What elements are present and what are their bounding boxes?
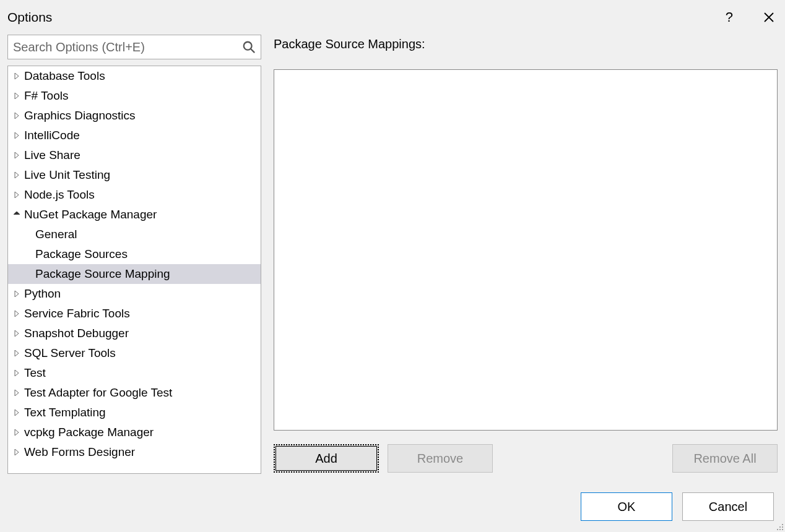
tree-item-label: IntelliCode bbox=[24, 129, 80, 142]
tree-item[interactable]: Graphics Diagnostics bbox=[8, 106, 261, 126]
right-pane: Package Source Mappings: Add Remove Remo… bbox=[274, 35, 778, 474]
tree-item[interactable]: General bbox=[8, 225, 261, 244]
dialog-body: Database ToolsF# ToolsGraphics Diagnosti… bbox=[0, 35, 785, 474]
search-icon bbox=[242, 40, 256, 54]
tree-item[interactable]: Python bbox=[8, 284, 261, 304]
mapping-buttons-row: Add Remove Remove All bbox=[274, 444, 778, 473]
chevron-right-icon[interactable] bbox=[12, 152, 22, 158]
tree-item[interactable]: vcpkg Package Manager bbox=[8, 423, 261, 442]
tree-item-label: NuGet Package Manager bbox=[24, 208, 157, 221]
chevron-right-icon[interactable] bbox=[12, 113, 22, 119]
tree-item[interactable]: Package Sources bbox=[8, 244, 261, 264]
tree-item[interactable]: Database Tools bbox=[8, 66, 261, 86]
chevron-right-icon[interactable] bbox=[12, 73, 22, 79]
chevron-right-icon[interactable] bbox=[12, 192, 22, 198]
options-tree: Database ToolsF# ToolsGraphics Diagnosti… bbox=[7, 66, 261, 474]
svg-point-0 bbox=[244, 42, 252, 50]
resize-grip-icon[interactable] bbox=[775, 522, 784, 531]
mappings-listbox[interactable] bbox=[274, 69, 778, 431]
chevron-right-icon[interactable] bbox=[12, 350, 22, 356]
tree-item-label: Live Share bbox=[24, 148, 80, 162]
left-pane: Database ToolsF# ToolsGraphics Diagnosti… bbox=[7, 35, 261, 474]
add-button[interactable]: Add bbox=[274, 444, 379, 473]
tree-item[interactable]: Live Share bbox=[8, 145, 261, 165]
tree-item-label: Text Templating bbox=[24, 406, 106, 419]
tree-item[interactable]: Test Adapter for Google Test bbox=[8, 383, 261, 403]
svg-point-7 bbox=[782, 529, 783, 530]
tree-item[interactable]: NuGet Package Manager bbox=[8, 205, 261, 225]
svg-point-3 bbox=[779, 526, 781, 528]
tree-item[interactable]: Live Unit Testing bbox=[8, 165, 261, 185]
tree-item-label: SQL Server Tools bbox=[24, 346, 116, 360]
tree-item-label: F# Tools bbox=[24, 89, 68, 103]
tree-item-label: Node.js Tools bbox=[24, 188, 95, 202]
tree-item-label: Service Fabric Tools bbox=[24, 307, 130, 320]
tree-item[interactable]: Text Templating bbox=[8, 403, 261, 423]
tree-item-label: Package Source Mapping bbox=[35, 267, 170, 281]
tree-item-label: Live Unit Testing bbox=[24, 168, 110, 182]
dialog-title: Options bbox=[7, 10, 726, 25]
tree-scroll[interactable]: Database ToolsF# ToolsGraphics Diagnosti… bbox=[8, 66, 261, 473]
svg-point-4 bbox=[782, 526, 783, 528]
svg-point-2 bbox=[782, 524, 783, 525]
chevron-right-icon[interactable] bbox=[12, 390, 22, 396]
tree-item[interactable]: Package Source Mapping bbox=[8, 264, 261, 284]
chevron-right-icon[interactable] bbox=[12, 172, 22, 178]
close-icon[interactable] bbox=[763, 11, 775, 24]
chevron-right-icon[interactable] bbox=[12, 370, 22, 376]
remove-all-button[interactable]: Remove All bbox=[672, 444, 778, 473]
chevron-right-icon[interactable] bbox=[12, 93, 22, 99]
chevron-right-icon[interactable] bbox=[12, 132, 22, 139]
tree-item[interactable]: Web Forms Designer bbox=[8, 442, 261, 462]
tree-item[interactable]: SQL Server Tools bbox=[8, 343, 261, 363]
tree-item[interactable]: IntelliCode bbox=[8, 126, 261, 145]
tree-item-label: Test Adapter for Google Test bbox=[24, 386, 172, 400]
chevron-right-icon[interactable] bbox=[12, 291, 22, 297]
search-box[interactable] bbox=[7, 35, 261, 59]
chevron-right-icon[interactable] bbox=[12, 330, 22, 337]
tree-item[interactable]: Snapshot Debugger bbox=[8, 324, 261, 343]
ok-button[interactable]: OK bbox=[581, 492, 672, 521]
tree-item-label: Database Tools bbox=[24, 69, 105, 83]
tree-item[interactable]: Test bbox=[8, 363, 261, 383]
dialog-footer: OK Cancel bbox=[0, 474, 785, 532]
options-dialog: Options ? Database ToolsF# ToolsGraphics… bbox=[0, 0, 785, 532]
tree-item[interactable]: Service Fabric Tools bbox=[8, 304, 261, 324]
titlebar: Options ? bbox=[0, 0, 785, 35]
search-input[interactable] bbox=[13, 40, 242, 54]
svg-point-5 bbox=[777, 529, 778, 530]
tree-item-label: Web Forms Designer bbox=[24, 445, 135, 459]
tree-item-label: Test bbox=[24, 366, 46, 380]
svg-point-6 bbox=[779, 529, 781, 530]
remove-button[interactable]: Remove bbox=[388, 444, 493, 473]
chevron-right-icon[interactable] bbox=[12, 410, 22, 416]
tree-item-label: General bbox=[35, 228, 77, 241]
svg-line-1 bbox=[251, 49, 254, 53]
tree-item-label: Package Sources bbox=[35, 247, 128, 261]
cancel-button[interactable]: Cancel bbox=[682, 492, 774, 521]
chevron-right-icon[interactable] bbox=[12, 449, 22, 455]
tree-item[interactable]: Node.js Tools bbox=[8, 185, 261, 205]
tree-item-label: Graphics Diagnostics bbox=[24, 109, 136, 122]
tree-item[interactable]: F# Tools bbox=[8, 86, 261, 106]
tree-item-label: vcpkg Package Manager bbox=[24, 426, 154, 439]
chevron-right-icon[interactable] bbox=[12, 311, 22, 317]
section-title: Package Source Mappings: bbox=[274, 37, 778, 56]
tree-item-label: Python bbox=[24, 287, 61, 301]
help-icon[interactable]: ? bbox=[726, 9, 733, 25]
chevron-right-icon[interactable] bbox=[12, 429, 22, 435]
chevron-down-icon[interactable] bbox=[12, 212, 22, 218]
titlebar-controls: ? bbox=[726, 9, 775, 25]
tree-item-label: Snapshot Debugger bbox=[24, 327, 129, 340]
